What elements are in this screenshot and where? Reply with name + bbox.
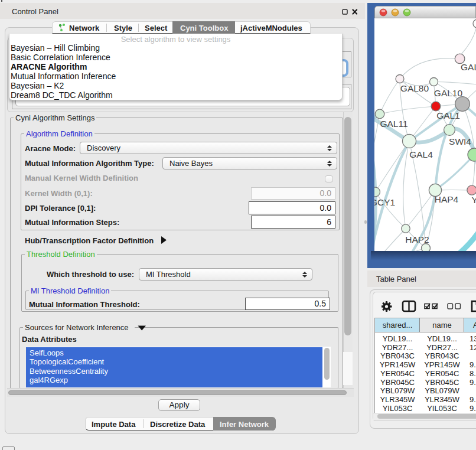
svg-text:GAL11: GAL11 bbox=[380, 119, 407, 129]
svg-text:HAP4: HAP4 bbox=[435, 194, 459, 204]
svg-text:GAL4: GAL4 bbox=[409, 149, 433, 159]
svg-text:GCY1: GCY1 bbox=[374, 197, 395, 207]
svg-text:HAP2: HAP2 bbox=[405, 234, 429, 244]
svg-text:SWI4: SWI4 bbox=[449, 136, 471, 146]
svg-text:GAL1: GAL1 bbox=[436, 110, 460, 120]
svg-text:GAL2: GAL2 bbox=[461, 62, 476, 72]
svg-text:GAL10: GAL10 bbox=[434, 88, 463, 98]
svg-text:GAL80: GAL80 bbox=[400, 83, 429, 93]
svg-text:Y: Y bbox=[472, 195, 476, 205]
